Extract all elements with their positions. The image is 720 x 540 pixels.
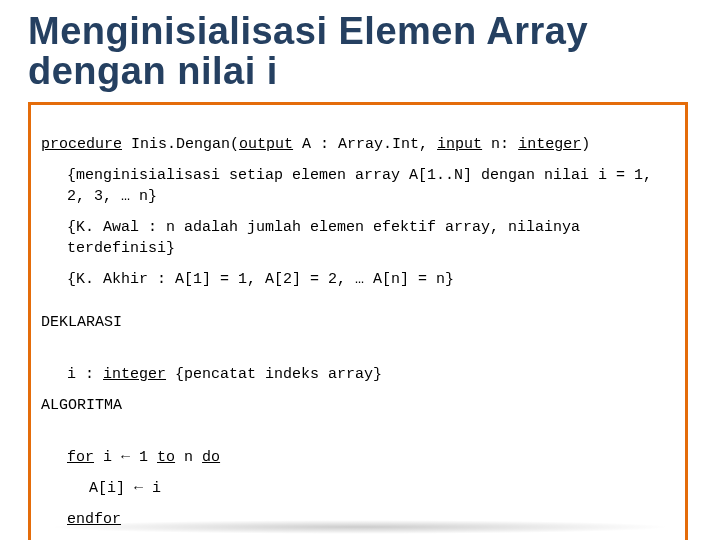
kw-integer: integer: [518, 136, 581, 153]
proc-name: Inis.Dengan(: [122, 136, 239, 153]
for-mid1: i ← 1: [94, 449, 157, 466]
code-box: procedure Inis.Dengan(output A : Array.I…: [28, 102, 688, 540]
kw-procedure: procedure: [41, 136, 122, 153]
kw-to: to: [157, 449, 175, 466]
kw-output: output: [239, 136, 293, 153]
kw-input: input: [437, 136, 482, 153]
slide-bottom-shadow: [48, 520, 672, 534]
kw-for: for: [67, 449, 94, 466]
kw-integer-2: integer: [103, 366, 166, 383]
dekl-post: {pencatat indeks array}: [166, 366, 382, 383]
kw-do: do: [202, 449, 220, 466]
comment-postcondition: {K. Akhir : A[1] = 1, A[2] = 2, … A[n] =…: [41, 269, 675, 290]
comment-precondition: {K. Awal : n adalah jumlah elemen efekti…: [41, 217, 675, 259]
comment-purpose: {menginisialisasi setiap elemen array A[…: [41, 165, 675, 207]
declaration-line: i : integer {pencatat indeks array}: [41, 343, 675, 385]
for-mid2: n: [175, 449, 202, 466]
page-title: Menginisialisasi Elemen Array dengan nil…: [28, 12, 692, 92]
sig-seg-1: A : Array.Int,: [293, 136, 437, 153]
section-algoritma: ALGORITMA: [41, 395, 675, 416]
slide: Menginisialisasi Elemen Array dengan nil…: [0, 0, 720, 540]
section-deklarasi: DEKLARASI: [41, 312, 675, 333]
dekl-pre: i :: [67, 366, 103, 383]
sig-seg-2: n:: [482, 136, 518, 153]
loop-body: A[i] ← i: [41, 478, 675, 499]
for-line: for i ← 1 to n do: [41, 426, 675, 468]
procedure-signature: procedure Inis.Dengan(output A : Array.I…: [41, 113, 675, 155]
sig-close: ): [581, 136, 590, 153]
